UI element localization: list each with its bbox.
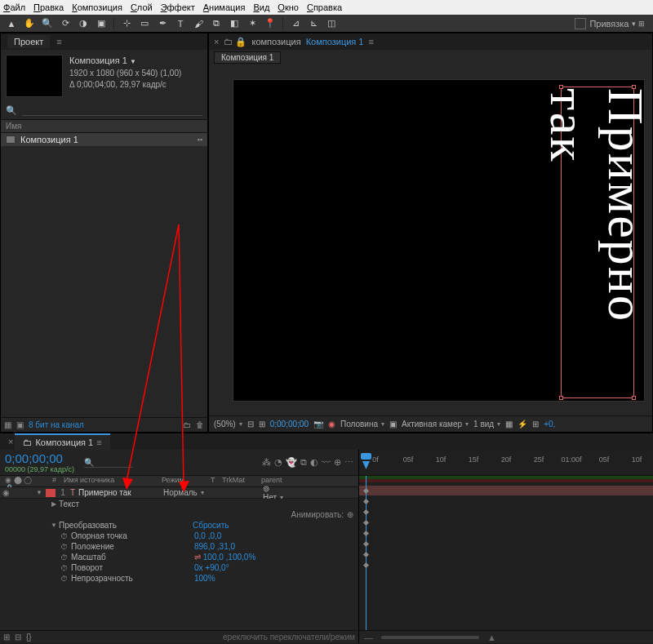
region-icon[interactable]: ▣ (389, 420, 397, 429)
menu-help[interactable]: Справка (307, 2, 342, 12)
brainstorm-icon[interactable]: ⊕ (334, 457, 341, 468)
composition-viewer[interactable]: Примерно так (209, 64, 652, 415)
shy-icon[interactable]: 👻 (286, 457, 297, 468)
playhead-grip[interactable] (361, 453, 371, 460)
anchor-tool-icon[interactable]: ⊹ (118, 16, 135, 31)
composition-thumbnail[interactable] (6, 55, 63, 97)
stopwatch-icon[interactable]: ⏱ (60, 575, 68, 583)
project-list-header[interactable]: Имя (1, 119, 207, 133)
orbit-tool-icon[interactable]: ⟳ (57, 16, 73, 31)
zoom-dropdown[interactable]: (50%) (214, 420, 242, 429)
frame-blend-icon[interactable]: ⧉ (300, 457, 307, 468)
comp-nav-close-icon[interactable]: × (214, 37, 219, 47)
zoom-out-icon[interactable]: — (364, 633, 373, 642)
composition-canvas[interactable]: Примерно так (233, 79, 645, 402)
grid-icon[interactable]: ⊞ (259, 420, 265, 429)
timeline-left-spacer[interactable] (0, 584, 358, 630)
local-axis-icon[interactable]: ⊿ (287, 16, 304, 31)
comp-dropdown-icon[interactable]: ▼ (130, 58, 136, 65)
more-icon[interactable]: ⋯ (344, 457, 353, 468)
channel-icon[interactable]: ◉ (328, 420, 335, 429)
pen-tool-icon[interactable]: ✒ (154, 16, 171, 31)
menu-window[interactable]: Окно (278, 2, 299, 12)
pixel-aspect-icon[interactable]: ▦ (505, 420, 513, 429)
new-folder-icon[interactable]: 🗀 (183, 420, 191, 429)
menu-effect[interactable]: Эффект (161, 2, 195, 12)
prop-position-value[interactable]: 896,0 ,31,0 (191, 542, 235, 551)
timeline-icon[interactable]: ⊞ (532, 420, 539, 429)
stopwatch-icon[interactable]: ⏱ (60, 564, 68, 572)
menu-animation[interactable]: Анимация (203, 2, 246, 12)
prop-anchor-value[interactable]: 0,0 ,0,0 (191, 531, 221, 540)
timeline-tab-menu-icon[interactable]: ≡ (96, 437, 101, 447)
project-item-row[interactable]: Композиция 1 ▪▪ (1, 133, 207, 146)
views-dropdown[interactable]: 1 вид (473, 420, 500, 429)
footer-hint[interactable]: ереключить переключатели/режим (223, 633, 355, 642)
handle-bottom-left[interactable] (559, 396, 563, 400)
puppet-tool-icon[interactable]: 📍 (262, 16, 278, 31)
keyframe-icon[interactable] (363, 509, 369, 515)
zoom-tool-icon[interactable]: 🔍 (39, 16, 56, 31)
resolution-icon[interactable]: ⊟ (247, 420, 254, 429)
hand-tool-icon[interactable]: ✋ (21, 16, 38, 31)
brush-tool-icon[interactable]: 🖌 (190, 16, 207, 31)
comp-name[interactable]: Композиция 1 (69, 56, 127, 65)
comp-menu-icon[interactable]: ≡ (368, 37, 373, 47)
scale-link-icon[interactable]: ⇌ (194, 553, 201, 562)
col-mode[interactable]: Режим (162, 476, 211, 486)
timeline-close-icon[interactable]: × (7, 437, 15, 446)
camera-tool-icon[interactable]: ▣ (93, 16, 109, 31)
stopwatch-icon[interactable]: ⏱ (60, 543, 68, 551)
project-tab[interactable]: Проект (7, 35, 50, 48)
track-area[interactable] (359, 476, 653, 630)
delete-icon[interactable]: 🗑 (196, 420, 204, 429)
comp-breadcrumb-active[interactable]: Композиция 1 (306, 37, 364, 47)
panel-menu-icon[interactable]: ≡ (56, 37, 61, 47)
prop-anchor-row[interactable]: ⏱Опорная точка 0,0 ,0,0 (0, 531, 358, 541)
keyframe-icon[interactable] (363, 541, 369, 547)
layer-duration-bar[interactable] (359, 486, 653, 495)
keyframe-icon[interactable] (363, 520, 369, 526)
keyframe-icon[interactable] (363, 552, 369, 557)
visibility-toggle-icon[interactable]: ◉ (0, 488, 11, 497)
snapshot-icon[interactable]: 📷 (313, 420, 323, 429)
keyframe-icon[interactable] (363, 499, 369, 504)
blend-mode-dropdown[interactable]: Нормаль (163, 488, 212, 497)
menu-composition[interactable]: Композиция (72, 2, 122, 12)
text-twirl-icon[interactable]: ▶ (49, 500, 59, 508)
transform-twirl-icon[interactable]: ▼ (49, 522, 59, 529)
prop-scale-row[interactable]: ⏱Масштаб ⇌ 100,0 ,100,0% (0, 552, 358, 562)
stopwatch-icon[interactable]: ⏱ (60, 553, 68, 562)
draft-3d-icon[interactable]: ◔ (274, 457, 282, 468)
handle-bottom-right[interactable] (632, 396, 636, 400)
fast-preview-icon[interactable]: ⚡ (518, 420, 527, 429)
menu-layer[interactable]: Слой (131, 2, 153, 12)
col-trkmat[interactable]: TrkMat (222, 476, 261, 486)
project-search-input[interactable] (22, 106, 202, 116)
exposure-icon[interactable]: +0, (544, 420, 555, 429)
toggle-modes-icon[interactable]: ⊟ (15, 633, 21, 642)
text-layer[interactable]: Примерно так (564, 88, 629, 393)
col-name[interactable]: Имя источника (64, 476, 162, 486)
keyframe-icon[interactable] (363, 562, 369, 568)
snap-checkbox[interactable] (575, 18, 586, 29)
comp-lock-icon[interactable]: 🗀 🔒 (224, 37, 247, 47)
toggle-switches-icon[interactable]: ⊞ (3, 633, 10, 642)
current-timecode[interactable]: 0;00;00;00 (5, 451, 74, 465)
bpc-toggle-icon[interactable]: ▦ (4, 420, 11, 429)
prop-opacity-value[interactable]: 100% (191, 574, 215, 583)
animate-add-icon[interactable]: ⊕ (347, 510, 353, 519)
time-ruler[interactable]: 0f 05f 10f 15f 20f 25f 01:00f 05f 10f (359, 450, 653, 476)
eraser-tool-icon[interactable]: ◧ (226, 16, 242, 31)
shape-tool-icon[interactable]: ▭ (136, 16, 153, 31)
timeline-tab[interactable]: 🗀 Композиция 1 ≡ (15, 433, 109, 450)
zoom-in-icon[interactable]: ▲ (487, 633, 496, 642)
clone-tool-icon[interactable]: ⧉ (208, 16, 224, 31)
bpc-label[interactable]: 8 бит на канал (29, 420, 84, 429)
prop-scale-value[interactable]: 100,0 ,100,0% (203, 553, 256, 562)
col-num[interactable]: # (52, 476, 64, 486)
layer-color-swatch[interactable] (46, 489, 56, 497)
timeline-search-input[interactable] (84, 458, 133, 468)
comp-subtab[interactable]: Композиция 1 (214, 51, 281, 64)
prop-position-row[interactable]: ⏱Положение 896,0 ,31,0 (0, 541, 358, 552)
